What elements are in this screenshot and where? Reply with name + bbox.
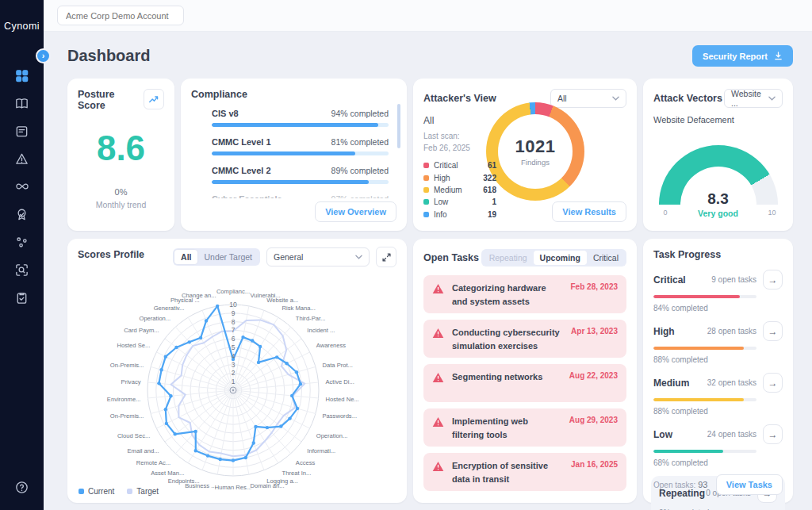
svg-text:Informati...: Informati... — [307, 447, 335, 454]
note-icon[interactable] — [13, 122, 31, 140]
clipboard-icon[interactable] — [13, 289, 31, 306]
security-report-button[interactable]: Security Report — [692, 45, 793, 67]
expand-icon[interactable] — [376, 247, 396, 267]
task-list: Categorizing hardware and system assetsF… — [423, 275, 626, 491]
svg-text:Change an...: Change an... — [182, 292, 216, 299]
progress-row: Critical9 open tasks→84% completed — [653, 270, 783, 313]
svg-text:Operation...: Operation... — [139, 315, 170, 322]
tab-critical[interactable]: Critical — [587, 251, 625, 265]
vector-name-label: Website Defacement — [653, 115, 783, 125]
toggle-option-all[interactable]: All — [174, 250, 197, 264]
compliance-item: CIS v894% completed — [212, 109, 389, 127]
legend-item: Target — [127, 487, 159, 496]
compliance-item: Cyber Essentials97% completed — [212, 194, 389, 198]
tab-upcoming[interactable]: Upcoming — [534, 251, 587, 265]
progress-bar — [653, 450, 756, 453]
svg-text:Email and...: Email and... — [128, 447, 159, 454]
scan-search-icon[interactable] — [13, 261, 31, 278]
tab-repeating[interactable]: Repeating — [483, 251, 534, 265]
findings-label: Findings — [521, 158, 550, 167]
book-icon[interactable] — [13, 94, 31, 112]
svg-text:Domain an...: Domain an... — [250, 482, 284, 489]
trend-chart-icon[interactable] — [144, 89, 164, 109]
compliance-item: CMMC Level 181% completed — [212, 137, 389, 155]
open-tasks-count: Open tasks: 93 — [653, 480, 707, 489]
task-item[interactable]: Segmenting networksAug 22, 2023 — [423, 364, 626, 402]
nodes-icon[interactable] — [13, 233, 31, 251]
svg-text:10: 10 — [229, 301, 237, 309]
svg-text:Complianc...: Complianc... — [216, 288, 250, 295]
toggle-option-under-target[interactable]: Under Target — [197, 250, 259, 264]
scores-radar-chart: 12345678910Complianc...Vulnerabi...Websi… — [78, 282, 396, 497]
download-icon — [774, 52, 783, 60]
svg-text:9: 9 — [232, 309, 236, 317]
svg-text:Generativ...: Generativ... — [154, 305, 185, 312]
svg-text:Awareness: Awareness — [316, 342, 347, 349]
sidebar-collapse-button[interactable]: › — [36, 48, 51, 63]
warning-icon — [432, 372, 444, 383]
posture-score-value: 8.6 — [78, 128, 164, 168]
chevron-down-icon — [768, 96, 776, 101]
scores-profile-card: Scores Profile All Under Target General — [67, 239, 407, 503]
task-item[interactable]: Categorizing hardware and system assetsF… — [423, 275, 626, 313]
attackers-filter-select[interactable]: All — [550, 89, 626, 108]
legend-item: Info19 — [423, 209, 496, 220]
go-to-tasks-arrow-button[interactable]: → — [763, 270, 783, 290]
warning-triangle-icon[interactable] — [13, 150, 31, 167]
progress-row: High28 open tasks→88% completed — [653, 321, 783, 364]
svg-text:Threat In...: Threat In... — [282, 470, 312, 477]
main-content: Dashboard Security Report Posture Score … — [44, 33, 812, 510]
task-item[interactable]: Encryption of sensitive data in transitJ… — [423, 453, 626, 491]
go-to-tasks-arrow-button[interactable]: → — [763, 321, 783, 341]
svg-text:Human Res...: Human Res... — [215, 484, 251, 491]
compliance-item: CMMC Level 289% completed — [212, 166, 389, 184]
task-item[interactable]: Implementing web filtering toolsAug 29, … — [423, 408, 626, 447]
gauge-min-label: 0 — [664, 209, 668, 217]
svg-text:1: 1 — [232, 378, 236, 385]
infinity-icon[interactable] — [13, 178, 31, 195]
legend-item: Critical61 — [423, 159, 496, 171]
help-icon[interactable] — [13, 478, 31, 496]
go-to-tasks-arrow-button[interactable]: → — [763, 424, 783, 444]
sidebar-nav — [13, 67, 31, 478]
warning-icon — [432, 328, 444, 339]
go-to-tasks-arrow-button[interactable]: → — [763, 373, 783, 393]
badge-icon[interactable] — [13, 205, 31, 223]
dashboard-grid-icon[interactable] — [13, 67, 31, 84]
svg-text:Third-Par...: Third-Par... — [296, 315, 326, 322]
progress-bar — [653, 347, 756, 350]
warning-icon — [432, 283, 444, 294]
progress-bar — [653, 398, 756, 401]
open-tasks-card: Open Tasks Repeating Upcoming Critical C… — [413, 239, 637, 503]
task-item[interactable]: Conducting cybersecurity simulation exer… — [423, 320, 626, 358]
svg-text:Cloud Sec...: Cloud Sec... — [117, 432, 150, 439]
view-results-button[interactable]: View Results — [552, 201, 626, 222]
scores-category-select[interactable]: General — [266, 247, 370, 267]
svg-text:Remote Ac...: Remote Ac... — [136, 459, 170, 466]
topbar — [44, 0, 812, 32]
scrollbar-thumb[interactable] — [397, 104, 400, 148]
svg-text:Incident ...: Incident ... — [307, 327, 335, 334]
account-selector-input[interactable] — [57, 6, 184, 25]
vectors-filter-select[interactable]: Website ... — [724, 89, 783, 108]
attackers-view-card: Attacker's View All All Last scan: Feb 2… — [413, 79, 637, 231]
radar-legend: CurrentTarget — [79, 487, 159, 496]
svg-text:Active Di...: Active Di... — [326, 378, 354, 385]
posture-trend-value: 0% — [78, 187, 164, 197]
compliance-progress-bar — [212, 151, 389, 155]
posture-trend-label: Monthly trend — [78, 200, 164, 209]
legend-item: Medium618 — [423, 184, 496, 196]
progress-bar — [653, 295, 756, 298]
compliance-card: Compliance CIS v894% completedCMMC Level… — [181, 79, 407, 231]
svg-text:On-Premis...: On-Premis... — [110, 362, 144, 369]
progress-row: Low24 open tasks→68% completed — [653, 424, 783, 467]
svg-text:On-Premis...: On-Premis... — [110, 412, 144, 420]
view-tasks-button[interactable]: View Tasks — [716, 474, 783, 495]
view-overview-button[interactable]: View Overview — [315, 201, 396, 222]
svg-text:Environme...: Environme... — [107, 396, 141, 403]
vector-gauge-chart: 8.3 Very good 0 10 — [659, 145, 778, 205]
findings-total: 1021 — [515, 136, 556, 157]
svg-text:Card Paym...: Card Paym... — [124, 327, 159, 334]
svg-text:Hosted Ne...: Hosted Ne... — [326, 396, 359, 403]
progress-row: Medium32 open tasks→88% completed — [653, 373, 783, 416]
